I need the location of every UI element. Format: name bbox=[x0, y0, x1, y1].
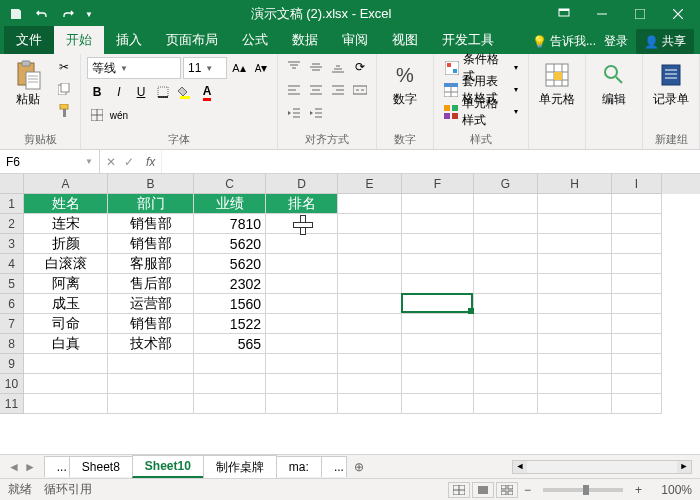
new-sheet-button[interactable]: ⊕ bbox=[346, 457, 372, 477]
cell[interactable] bbox=[402, 234, 474, 254]
undo-button[interactable] bbox=[30, 2, 54, 26]
cell[interactable] bbox=[612, 394, 662, 414]
cell[interactable]: 565 bbox=[194, 334, 266, 354]
underline-button[interactable]: U bbox=[131, 82, 151, 102]
cell[interactable]: 销售部 bbox=[108, 314, 194, 334]
cell[interactable] bbox=[612, 334, 662, 354]
row-header[interactable]: 2 bbox=[0, 214, 24, 234]
cell[interactable] bbox=[338, 334, 402, 354]
cell[interactable]: 白真 bbox=[24, 334, 108, 354]
copy-button[interactable] bbox=[54, 79, 74, 99]
tab-formulas[interactable]: 公式 bbox=[230, 26, 280, 54]
col-header[interactable]: D bbox=[266, 174, 338, 194]
tab-data[interactable]: 数据 bbox=[280, 26, 330, 54]
cells-button[interactable]: 单元格 bbox=[535, 57, 579, 110]
sheet-tab[interactable]: ma: bbox=[276, 456, 322, 477]
cell[interactable]: 5620 bbox=[194, 234, 266, 254]
cell[interactable] bbox=[108, 354, 194, 374]
phonetic-button[interactable]: wén bbox=[109, 105, 129, 125]
cell[interactable] bbox=[338, 234, 402, 254]
italic-button[interactable]: I bbox=[109, 82, 129, 102]
col-header[interactable]: I bbox=[612, 174, 662, 194]
cell[interactable] bbox=[402, 214, 474, 234]
orientation-button[interactable]: ⟳ bbox=[350, 57, 370, 77]
redo-button[interactable] bbox=[56, 2, 80, 26]
cell[interactable] bbox=[612, 234, 662, 254]
cell[interactable] bbox=[402, 354, 474, 374]
row-header[interactable]: 6 bbox=[0, 294, 24, 314]
cell[interactable]: 部门 bbox=[108, 194, 194, 214]
number-format-button[interactable]: % 数字 bbox=[383, 57, 427, 110]
row-header[interactable]: 10 bbox=[0, 374, 24, 394]
col-header[interactable]: E bbox=[338, 174, 402, 194]
cell[interactable] bbox=[474, 274, 538, 294]
view-normal-button[interactable] bbox=[448, 482, 470, 498]
cell[interactable] bbox=[266, 314, 338, 334]
view-pagebreak-button[interactable] bbox=[496, 482, 518, 498]
cell[interactable] bbox=[538, 314, 612, 334]
cell[interactable]: 技术部 bbox=[108, 334, 194, 354]
row-header[interactable]: 8 bbox=[0, 334, 24, 354]
cell[interactable] bbox=[338, 314, 402, 334]
save-button[interactable] bbox=[4, 2, 28, 26]
font-color-button[interactable]: A bbox=[197, 82, 217, 102]
sign-in[interactable]: 登录 bbox=[604, 33, 628, 50]
cell[interactable] bbox=[474, 294, 538, 314]
align-center-button[interactable] bbox=[306, 80, 326, 100]
col-header[interactable]: F bbox=[402, 174, 474, 194]
cell[interactable] bbox=[108, 374, 194, 394]
cell[interactable] bbox=[612, 194, 662, 214]
cell[interactable]: 姓名 bbox=[24, 194, 108, 214]
formula-input[interactable] bbox=[161, 150, 700, 173]
cell[interactable] bbox=[612, 254, 662, 274]
row-header[interactable]: 5 bbox=[0, 274, 24, 294]
cell[interactable] bbox=[612, 214, 662, 234]
cell[interactable] bbox=[474, 194, 538, 214]
merge-button[interactable] bbox=[350, 80, 370, 100]
cell[interactable] bbox=[402, 334, 474, 354]
cell[interactable] bbox=[266, 254, 338, 274]
cell[interactable] bbox=[266, 234, 338, 254]
cell-styles-button[interactable]: 单元格样式▾ bbox=[440, 101, 522, 122]
sheet-tab-more[interactable]: ... bbox=[44, 456, 70, 477]
cell[interactable] bbox=[612, 374, 662, 394]
cell[interactable]: 阿离 bbox=[24, 274, 108, 294]
cell[interactable]: 销售部 bbox=[108, 234, 194, 254]
col-header[interactable]: C bbox=[194, 174, 266, 194]
enter-formula-icon[interactable]: ✓ bbox=[124, 155, 134, 169]
cell[interactable]: 成玉 bbox=[24, 294, 108, 314]
tell-me[interactable]: 💡告诉我... bbox=[532, 33, 596, 50]
cell[interactable]: 客服部 bbox=[108, 254, 194, 274]
borders-dropdown[interactable] bbox=[87, 105, 107, 125]
cell[interactable] bbox=[402, 294, 474, 314]
ribbon-options-icon[interactable] bbox=[546, 2, 582, 26]
row-header[interactable]: 4 bbox=[0, 254, 24, 274]
editing-button[interactable]: 编辑 bbox=[592, 57, 636, 110]
cell[interactable] bbox=[538, 354, 612, 374]
cell[interactable] bbox=[538, 194, 612, 214]
cell[interactable] bbox=[266, 294, 338, 314]
share-button[interactable]: 👤共享 bbox=[636, 29, 694, 54]
tab-insert[interactable]: 插入 bbox=[104, 26, 154, 54]
cell[interactable] bbox=[474, 394, 538, 414]
cell[interactable] bbox=[612, 294, 662, 314]
col-header[interactable]: A bbox=[24, 174, 108, 194]
cell[interactable] bbox=[538, 294, 612, 314]
cell[interactable] bbox=[402, 394, 474, 414]
cell[interactable]: 1560 bbox=[194, 294, 266, 314]
cell[interactable] bbox=[194, 374, 266, 394]
select-all-corner[interactable] bbox=[0, 174, 24, 194]
cell[interactable]: 销售部 bbox=[108, 214, 194, 234]
cell[interactable] bbox=[402, 274, 474, 294]
cell[interactable] bbox=[538, 214, 612, 234]
sheet-nav-next[interactable]: ► bbox=[24, 460, 36, 474]
sheet-nav-prev[interactable]: ◄ bbox=[8, 460, 20, 474]
cell[interactable]: 排名 bbox=[266, 194, 338, 214]
fill-color-button[interactable] bbox=[175, 82, 195, 102]
tab-page-layout[interactable]: 页面布局 bbox=[154, 26, 230, 54]
bold-button[interactable]: B bbox=[87, 82, 107, 102]
cell[interactable] bbox=[538, 234, 612, 254]
cell[interactable] bbox=[266, 394, 338, 414]
align-left-button[interactable] bbox=[284, 80, 304, 100]
row-header[interactable]: 9 bbox=[0, 354, 24, 374]
